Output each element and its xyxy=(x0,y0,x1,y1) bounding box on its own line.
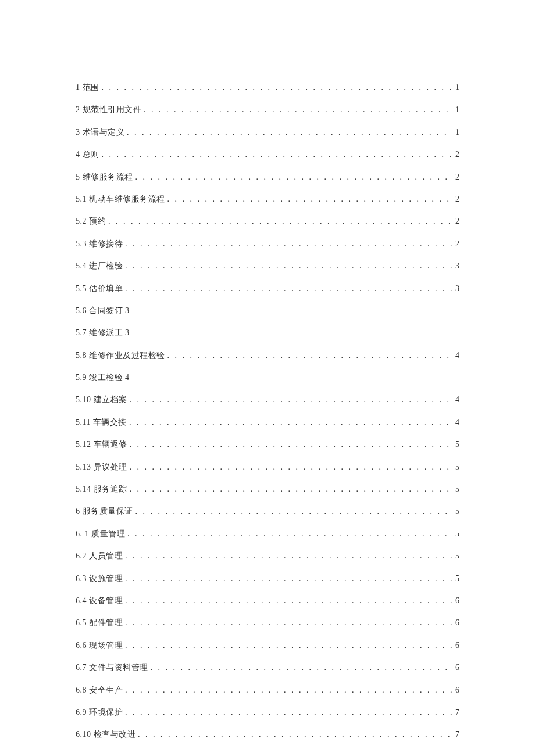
toc-entry-page: 3 xyxy=(455,282,459,295)
toc-entry: 5.8 维修作业及过程检验4 xyxy=(76,349,459,362)
toc-entry: 5.9 竣工检验 4 xyxy=(76,371,459,384)
toc-entry-label: 6 服务质量保证 xyxy=(76,505,133,518)
toc-entry-page: 5 xyxy=(455,505,459,518)
toc-dot-leader xyxy=(130,483,452,496)
toc-entry-page: 5 xyxy=(455,572,459,585)
toc-entry-label: 6. 1 质量管理 xyxy=(76,528,125,540)
toc-dot-leader xyxy=(102,148,452,161)
toc-entry-page: 2 xyxy=(455,148,459,161)
toc-entry-label: 6.2 人员管理 xyxy=(76,550,123,562)
toc-entry-label: 5.3 维修接待 xyxy=(76,238,123,250)
toc-entry-page: 7 xyxy=(455,706,459,719)
toc-dot-leader xyxy=(125,639,452,652)
toc-dot-leader xyxy=(102,81,452,94)
toc-entry-page: 6 xyxy=(455,639,459,652)
toc-entry-label: 5.7 维修派工 3 xyxy=(76,327,130,339)
toc-dot-leader xyxy=(130,438,452,451)
toc-entry: 6.8 安全生产6 xyxy=(76,684,459,697)
toc-entry-label: 3 术语与定义 xyxy=(76,126,124,139)
toc-dot-leader xyxy=(125,706,452,719)
toc-entry-label: 5.11 车辆交接 xyxy=(76,416,127,429)
toc-entry-label: 5.13 异议处理 xyxy=(76,461,127,474)
toc-entry-page: 2 xyxy=(455,215,459,228)
toc-entry-label: 6.9 环境保护 xyxy=(76,706,123,719)
toc-entry-page: 5 xyxy=(455,461,459,474)
toc-entry-label: 6.8 安全生产 xyxy=(76,684,123,697)
toc-entry-label: 2 规范性引用文件 xyxy=(76,103,141,116)
toc-entry: 5.7 维修派工 3 xyxy=(76,327,459,339)
toc-entry-label: 5.6 合同签订 3 xyxy=(76,304,130,317)
toc-entry-label: 6.5 配件管理 xyxy=(76,617,123,629)
toc-container: 1 范围12 规范性引用文件13 术语与定义14 总则25 维修服务流程25.1… xyxy=(76,81,459,741)
toc-entry: 6. 1 质量管理5 xyxy=(76,528,459,540)
toc-dot-leader xyxy=(130,461,452,474)
toc-dot-leader xyxy=(135,505,452,518)
toc-entry-page: 6 xyxy=(455,594,459,607)
toc-entry: 6.6 现场管理6 xyxy=(76,639,459,652)
toc-entry-label: 5.9 竣工检验 4 xyxy=(76,371,130,384)
toc-entry: 5.14 服务追踪5 xyxy=(76,483,459,496)
toc-entry-page: 2 xyxy=(455,171,459,184)
toc-entry-label: 5.5 估价填单 xyxy=(76,282,123,295)
toc-entry: 2 规范性引用文件1 xyxy=(76,103,459,116)
toc-entry: 5.4 进厂检验3 xyxy=(76,260,459,273)
toc-dot-leader xyxy=(167,193,452,206)
toc-entry-label: 6.10 检查与改进 xyxy=(76,728,135,741)
toc-entry: 6.10 检查与改进7 xyxy=(76,728,459,741)
toc-entry: 6.7 文件与资料管理6 xyxy=(76,661,459,674)
toc-entry-page: 4 xyxy=(455,416,459,429)
toc-entry-label: 6.7 文件与资料管理 xyxy=(76,661,148,674)
toc-entry-page: 5 xyxy=(455,438,459,451)
toc-entry-page: 7 xyxy=(455,728,459,741)
toc-entry: 5.11 车辆交接4 xyxy=(76,416,459,429)
toc-entry-label: 1 范围 xyxy=(76,81,99,94)
toc-entry-label: 5.8 维修作业及过程检验 xyxy=(76,349,165,362)
toc-dot-leader xyxy=(127,126,452,139)
toc-dot-leader xyxy=(127,528,452,540)
toc-entry: 6.2 人员管理5 xyxy=(76,550,459,562)
toc-entry-page: 5 xyxy=(455,483,459,496)
toc-entry: 6.9 环境保护7 xyxy=(76,706,459,719)
toc-entry-page: 6 xyxy=(455,684,459,697)
toc-dot-leader xyxy=(125,238,452,250)
toc-entry-page: 4 xyxy=(455,349,459,362)
toc-entry: 5.2 预约2 xyxy=(76,215,459,228)
toc-dot-leader xyxy=(138,728,452,741)
toc-entry-page: 1 xyxy=(455,126,459,139)
toc-entry-page: 2 xyxy=(455,238,459,250)
toc-entry-label: 5.4 进厂检验 xyxy=(76,260,123,273)
toc-entry-label: 5 维修服务流程 xyxy=(76,171,133,184)
toc-dot-leader xyxy=(135,171,452,184)
toc-entry-page: 4 xyxy=(455,393,459,406)
toc-entry: 6.4 设备管理6 xyxy=(76,594,459,607)
toc-entry-page: 1 xyxy=(455,103,459,116)
toc-entry: 3 术语与定义1 xyxy=(76,126,459,139)
toc-dot-leader xyxy=(125,572,452,585)
toc-entry: 1 范围1 xyxy=(76,81,459,94)
toc-dot-leader xyxy=(125,550,452,562)
toc-dot-leader xyxy=(125,282,452,295)
toc-entry: 6.5 配件管理6 xyxy=(76,617,459,629)
toc-dot-leader xyxy=(125,617,452,629)
toc-entry-page: 5 xyxy=(455,528,459,540)
toc-dot-leader xyxy=(167,349,452,362)
toc-entry-label: 6.6 现场管理 xyxy=(76,639,123,652)
toc-entry: 5.3 维修接待2 xyxy=(76,238,459,250)
toc-entry: 5.1 机动车维修服务流程2 xyxy=(76,193,459,206)
toc-entry: 6.3 设施管理5 xyxy=(76,572,459,585)
toc-dot-leader xyxy=(125,594,452,607)
toc-entry: 5.6 合同签订 3 xyxy=(76,304,459,317)
toc-entry-page: 2 xyxy=(455,193,459,206)
toc-entry-label: 5.1 机动车维修服务流程 xyxy=(76,193,165,206)
toc-dot-leader xyxy=(129,416,452,429)
toc-entry: 5.5 估价填单3 xyxy=(76,282,459,295)
toc-entry-page: 5 xyxy=(455,550,459,562)
toc-entry-page: 3 xyxy=(455,260,459,273)
toc-dot-leader xyxy=(151,661,452,674)
toc-dot-leader xyxy=(144,103,452,116)
toc-entry-page: 6 xyxy=(455,617,459,629)
toc-dot-leader xyxy=(125,684,452,697)
toc-entry-page: 6 xyxy=(455,661,459,674)
toc-dot-leader xyxy=(108,215,452,228)
toc-entry: 6 服务质量保证5 xyxy=(76,505,459,518)
